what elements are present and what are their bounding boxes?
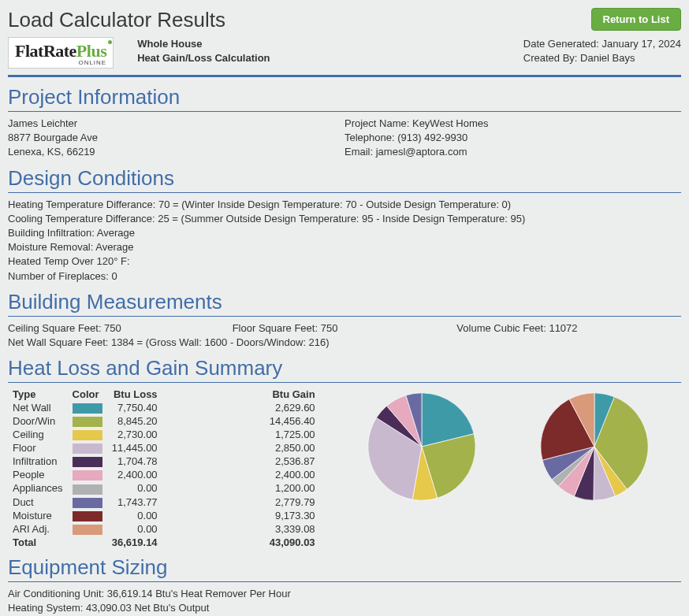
- meas-ceiling: Ceiling Square Feet: 750: [8, 321, 233, 336]
- row-type: Door/Win: [8, 414, 68, 428]
- row-type: Ceiling: [8, 428, 68, 441]
- table-row: Net Wall7,750.402,629.60: [8, 401, 320, 414]
- col-gain: Btu Gain: [162, 388, 320, 401]
- color-swatch: [73, 498, 102, 508]
- design-rule: [8, 192, 681, 193]
- row-gain: 1,725.00: [162, 428, 320, 441]
- project-rule: [8, 111, 681, 112]
- row-type: Floor: [8, 441, 68, 455]
- table-row: Moisture0.009,173.30: [8, 509, 320, 522]
- project-addr2: Lenexa, KS, 66219: [8, 145, 344, 159]
- row-gain: 2,400.00: [162, 468, 320, 481]
- row-gain: 2,850.00: [162, 441, 320, 455]
- equip-l2: Heating System: 43,090.03 Net Btu's Outp…: [8, 601, 681, 615]
- row-type: Duct: [8, 495, 68, 509]
- color-swatch: [73, 430, 102, 440]
- project-telephone: Telephone: (913) 492-9930: [344, 131, 681, 145]
- meas-rule: [8, 316, 681, 317]
- design-l1: Heating Temperature Differance: 70 = (Wi…: [8, 198, 681, 212]
- table-row: Ceiling2,730.001,725.00: [8, 428, 320, 441]
- subhead-line2: Heat Gain/Loss Calculation: [137, 51, 270, 65]
- row-type: ARI Adj.: [8, 522, 68, 536]
- total-gain: 43,090.03: [162, 536, 320, 549]
- row-loss: 0.00: [107, 509, 162, 522]
- pie-chart-gain: [535, 388, 654, 506]
- pie-chart-loss: [363, 388, 481, 506]
- color-swatch: [73, 443, 102, 454]
- design-l2: Cooling Temperature Differance: 25 = (Su…: [8, 212, 681, 226]
- project-info-heading: Project Information: [8, 85, 681, 109]
- total-loss: 36,619.14: [107, 536, 162, 549]
- color-swatch: [73, 511, 102, 521]
- row-type: Infiltration: [8, 455, 68, 468]
- design-l6: Number of Fireplaces: 0: [8, 269, 681, 284]
- col-color: Color: [68, 388, 107, 401]
- col-loss: Btu Loss: [107, 388, 162, 401]
- heat-table: Type Color Btu Loss Btu Gain Net Wall7,7…: [8, 388, 320, 549]
- row-loss: 7,750.40: [107, 401, 162, 414]
- date-value: January 17, 2024: [602, 38, 681, 50]
- row-gain: 3,339.08: [162, 522, 320, 536]
- building-measurements-heading: Building Measurements: [8, 290, 681, 314]
- equip-l1: Air Conditioning Unit: 36,619.14 Btu's H…: [8, 587, 681, 601]
- logo-dot-icon: [108, 40, 112, 44]
- row-gain: 14,456.40: [162, 414, 320, 428]
- logo-plus: Plus: [76, 41, 106, 61]
- top-rule: [8, 75, 681, 77]
- design-l5: Heated Temp Over 120° F:: [8, 254, 681, 269]
- equip-rule: [8, 581, 681, 582]
- project-client-name: James Leichter: [8, 117, 344, 131]
- date-label: Date Generated:: [523, 38, 602, 50]
- total-label: Total: [8, 536, 68, 549]
- row-gain: 9,173.30: [162, 509, 320, 522]
- color-swatch: [73, 470, 102, 481]
- meas-floor: Floor Square Feet: 750: [233, 321, 457, 336]
- design-conditions-heading: Design Conditions: [8, 166, 681, 191]
- row-type: Moisture: [8, 509, 68, 522]
- col-type: Type: [8, 388, 68, 401]
- row-loss: 2,400.00: [107, 468, 162, 481]
- project-email: Email: jamesl@aptora.com: [344, 145, 681, 159]
- table-row: Floor11,445.002,850.00: [8, 441, 320, 455]
- project-name: Project Name: KeyWest Homes: [344, 117, 681, 131]
- page-title: Load Calculator Results: [8, 8, 225, 32]
- heat-summary-heading: Heat Loss and Gain Summary: [8, 356, 681, 380]
- project-addr1: 8877 Bourgade Ave: [8, 131, 344, 145]
- meas-netwall: Net Wall Square Feet: 1384 = (Gross Wall…: [8, 336, 681, 350]
- table-row: Duct1,743.772,779.79: [8, 495, 320, 509]
- color-swatch: [73, 457, 102, 467]
- table-row: People2,400.002,400.00: [8, 468, 320, 481]
- equipment-sizing-heading: Equipment Sizing: [8, 555, 681, 580]
- row-loss: 0.00: [107, 481, 162, 495]
- color-swatch: [73, 417, 102, 427]
- logo-main: FlatRate: [15, 41, 76, 61]
- color-swatch: [73, 525, 102, 535]
- return-to-list-button[interactable]: Return to List: [591, 8, 682, 31]
- table-row: Appliances0.001,200.00: [8, 481, 320, 495]
- table-row: ARI Adj.0.003,339.08: [8, 522, 320, 536]
- color-swatch: [73, 484, 102, 495]
- row-loss: 8,845.20: [107, 414, 162, 428]
- color-swatch: [73, 403, 102, 414]
- row-gain: 2,629.60: [162, 401, 320, 414]
- design-l3: Building Infiltration: Average: [8, 226, 681, 240]
- row-loss: 11,445.00: [107, 441, 162, 455]
- row-gain: 1,200.00: [162, 481, 320, 495]
- design-l4: Moisture Removal: Average: [8, 240, 681, 254]
- created-value: Daniel Bays: [580, 52, 635, 64]
- row-loss: 1,704.78: [107, 455, 162, 468]
- table-row: Door/Win8,845.2014,456.40: [8, 414, 320, 428]
- meas-volume: Volume Cubic Feet: 11072: [456, 321, 681, 336]
- row-type: Appliances: [8, 481, 68, 495]
- heat-rule: [8, 382, 681, 383]
- row-gain: 2,536.87: [162, 455, 320, 468]
- row-loss: 0.00: [107, 522, 162, 536]
- row-gain: 2,779.79: [162, 495, 320, 509]
- row-loss: 2,730.00: [107, 428, 162, 441]
- subhead-line1: Whole House: [137, 37, 270, 51]
- created-label: Created By:: [523, 52, 580, 64]
- row-loss: 1,743.77: [107, 495, 162, 509]
- table-row: Infiltration1,704.782,536.87: [8, 455, 320, 468]
- logo: FlatRatePlus ONLINE: [8, 37, 114, 69]
- row-type: People: [8, 468, 68, 481]
